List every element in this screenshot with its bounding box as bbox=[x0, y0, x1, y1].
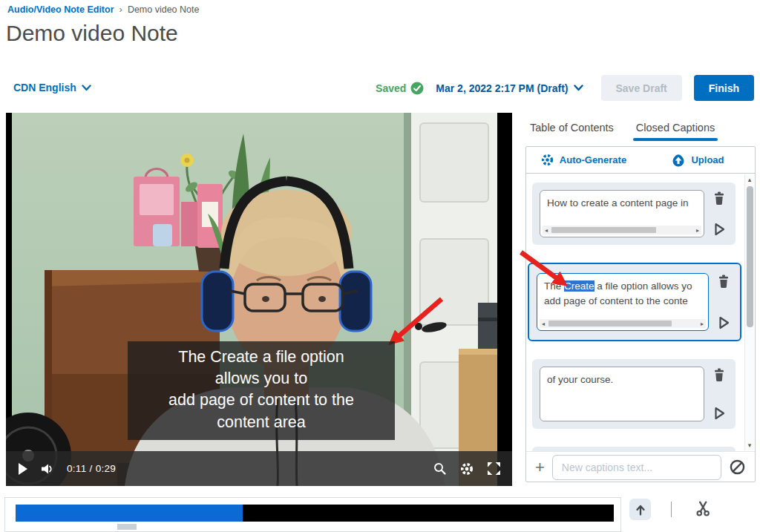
play-button[interactable] bbox=[18, 463, 28, 475]
upload-cloud-icon bbox=[671, 153, 686, 167]
gear-icon bbox=[459, 462, 474, 476]
upload-button[interactable]: Upload bbox=[641, 153, 755, 167]
scroll-left-icon[interactable]: ◂ bbox=[543, 227, 550, 234]
block-icon bbox=[729, 459, 746, 476]
caption-card: of your course. bbox=[532, 359, 736, 429]
version-dropdown[interactable]: Mar 2, 2022 2:17 PM (Draft) bbox=[436, 82, 583, 94]
auto-generate-gear-icon bbox=[540, 153, 554, 167]
magnifier-icon bbox=[433, 462, 446, 475]
scroll-right-icon[interactable]: ▸ bbox=[698, 321, 706, 327]
fullscreen-icon bbox=[488, 462, 500, 475]
caption-text-part: a file option allows yo bbox=[594, 280, 692, 292]
caption-card-selected: The Create a file option allows yo add p… bbox=[528, 263, 741, 341]
delete-caption-button[interactable] bbox=[712, 368, 726, 382]
timeline-progress bbox=[16, 505, 243, 522]
add-caption-button[interactable]: + bbox=[535, 458, 545, 477]
caption-text: of your course. bbox=[547, 372, 697, 387]
play-outline-icon bbox=[714, 407, 725, 420]
play-caption-button[interactable] bbox=[714, 407, 725, 420]
breadcrumb-current: Demo video Note bbox=[128, 4, 200, 15]
captions-list: How to create a content page in ◂ ▸ bbox=[526, 174, 755, 451]
save-draft-button[interactable]: Save Draft bbox=[601, 75, 682, 101]
collapse-timeline-button[interactable] bbox=[629, 499, 651, 520]
delete-caption-button[interactable] bbox=[717, 275, 730, 289]
breadcrumb: Audio/Video Note Editor › Demo video Not… bbox=[7, 4, 199, 15]
scissors-icon bbox=[695, 500, 712, 516]
scroll-right-icon[interactable]: ▸ bbox=[694, 227, 701, 234]
tab-closed-captions[interactable]: Closed Captions bbox=[635, 119, 716, 141]
play-outline-icon bbox=[714, 223, 725, 236]
caption-overlay-line: content area bbox=[135, 412, 387, 433]
cancel-caption-button[interactable] bbox=[729, 459, 746, 476]
finish-button[interactable]: Finish bbox=[694, 75, 754, 101]
scrollbar-thumb[interactable] bbox=[747, 186, 753, 327]
panel-tabs: Table of Contents Closed Captions bbox=[528, 119, 716, 141]
cut-button[interactable] bbox=[695, 500, 712, 519]
time-display: 0:11 / 0:29 bbox=[67, 463, 116, 474]
breadcrumb-separator-icon: › bbox=[119, 4, 122, 15]
vertical-scrollbar[interactable]: ▴ ▾ bbox=[744, 174, 754, 450]
delete-caption-button[interactable] bbox=[712, 191, 726, 206]
av-note-editor-page: Audio/Video Note Editor › Demo video Not… bbox=[0, 0, 760, 532]
trash-icon bbox=[712, 368, 726, 382]
version-label: Mar 2, 2022 2:17 PM (Draft) bbox=[436, 82, 568, 94]
caption-overlay-line: add page of content to the bbox=[135, 390, 387, 411]
add-caption-row: + bbox=[526, 451, 755, 482]
save-status: Saved bbox=[376, 82, 424, 95]
captions-toolbar: Auto-Generate Upload bbox=[526, 147, 755, 174]
timeline-handle[interactable] bbox=[117, 524, 137, 530]
upload-label: Upload bbox=[691, 154, 724, 165]
settings-button[interactable] bbox=[459, 462, 474, 476]
timeline-container bbox=[4, 497, 621, 532]
new-caption-input[interactable] bbox=[552, 455, 721, 480]
trash-icon bbox=[712, 191, 726, 206]
page-title: Demo video Note bbox=[6, 21, 178, 46]
horizontal-scrollbar[interactable]: ◂ ▸ bbox=[540, 319, 706, 328]
language-dropdown[interactable]: CDN English bbox=[13, 82, 91, 93]
closed-captions-box: Auto-Generate Upload How to create a con… bbox=[525, 146, 756, 482]
caption-overlay-line: allows you to bbox=[135, 368, 387, 390]
video-control-bar: 0:11 / 0:29 bbox=[6, 451, 512, 486]
chevron-down-icon bbox=[82, 85, 91, 91]
tab-table-of-contents[interactable]: Table of Contents bbox=[528, 119, 615, 141]
volume-button[interactable] bbox=[42, 464, 53, 474]
scrollbar-thumb[interactable] bbox=[551, 227, 656, 233]
play-caption-button[interactable] bbox=[714, 223, 725, 236]
timeline-track[interactable] bbox=[16, 505, 614, 522]
caption-text: The Create a file option allows yo bbox=[544, 279, 701, 294]
play-outline-icon bbox=[718, 316, 730, 329]
play-caption-button[interactable] bbox=[718, 316, 730, 329]
toolbar-divider bbox=[671, 502, 672, 517]
captions-panel: Table of Contents Closed Captions Auto-G… bbox=[525, 111, 756, 485]
caption-card: How to create a content page in ◂ ▸ bbox=[532, 183, 736, 245]
scroll-left-icon[interactable]: ◂ bbox=[540, 321, 547, 327]
volume-icon bbox=[42, 464, 53, 474]
language-label: CDN English bbox=[13, 82, 76, 93]
caption-textarea[interactable]: The Create a file option allows yo add p… bbox=[537, 273, 709, 331]
caption-text: add page of content to the conte bbox=[544, 294, 701, 309]
caption-text: How to create a content page in bbox=[547, 196, 697, 211]
horizontal-scrollbar[interactable]: ◂ ▸ bbox=[543, 226, 701, 234]
scroll-up-icon[interactable]: ▴ bbox=[745, 176, 754, 183]
breadcrumb-link-editor[interactable]: Audio/Video Note Editor bbox=[7, 4, 114, 15]
toolbar-right: Saved Mar 2, 2022 2:17 PM (Draft) Save D… bbox=[376, 75, 754, 101]
saved-check-icon bbox=[410, 82, 424, 95]
caption-textarea[interactable]: How to create a content page in ◂ ▸ bbox=[540, 190, 704, 237]
play-icon bbox=[18, 463, 28, 475]
auto-generate-label: Auto-Generate bbox=[560, 154, 626, 165]
caption-card bbox=[532, 447, 736, 451]
caption-text-part: The bbox=[544, 280, 564, 292]
caption-textarea[interactable]: of your course. bbox=[540, 367, 704, 421]
search-zoom-button[interactable] bbox=[433, 462, 446, 475]
caption-overlay-line: The Create a file option bbox=[135, 347, 387, 368]
save-status-label: Saved bbox=[376, 82, 406, 94]
video-player: The Create a file option allows you to a… bbox=[6, 113, 512, 486]
auto-generate-button[interactable]: Auto-Generate bbox=[526, 153, 641, 167]
fullscreen-button[interactable] bbox=[488, 462, 500, 475]
trash-icon bbox=[717, 275, 730, 289]
scroll-down-icon[interactable]: ▾ bbox=[745, 441, 754, 449]
chevron-down-icon bbox=[574, 85, 583, 91]
selected-text: Create bbox=[564, 280, 594, 292]
arrow-up-icon bbox=[634, 503, 647, 516]
scrollbar-thumb[interactable] bbox=[548, 321, 672, 326]
